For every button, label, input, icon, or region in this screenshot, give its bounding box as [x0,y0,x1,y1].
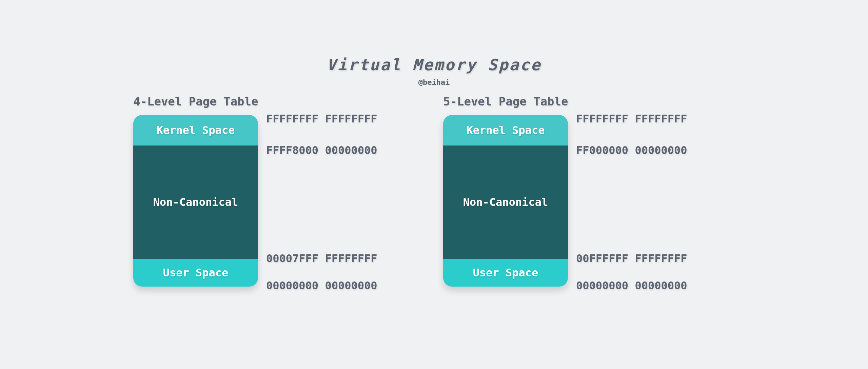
addr-bottom: 00000000 00000000 [576,280,735,292]
segment-user: User Space [133,259,258,287]
panel-body: Kernel Space Non-Canonical User Space FF… [133,115,425,292]
panel-5-level: 5-Level Page Table Kernel Space Non-Cano… [443,95,735,292]
segment-noncanonical: Non-Canonical [133,145,258,259]
diagram-title: Virtual Memory Space [131,56,737,74]
memory-stack: Kernel Space Non-Canonical User Space [133,115,258,287]
panel-title: 4-Level Page Table [133,95,425,108]
vm-space-diagram: Virtual Memory Space @beihai 4-Level Pag… [131,56,737,313]
address-column: FFFFFFFF FFFFFFFF FFFF8000 00000000 0000… [266,115,425,292]
addr-kernel-end: FF000000 00000000 [576,144,735,156]
segment-noncanonical: Non-Canonical [443,145,568,259]
addr-top: FFFFFFFF FFFFFFFF [266,113,425,125]
segment-kernel: Kernel Space [443,115,568,145]
diagram-author: @beihai [131,78,737,86]
panels-row: 4-Level Page Table Kernel Space Non-Cano… [131,95,737,292]
addr-kernel-end: FFFF8000 00000000 [266,144,425,156]
panel-body: Kernel Space Non-Canonical User Space FF… [443,115,735,292]
memory-stack: Kernel Space Non-Canonical User Space [443,115,568,287]
segment-kernel: Kernel Space [133,115,258,145]
addr-user-start: 00007FFF FFFFFFFF [266,253,425,265]
addr-user-start: 00FFFFFF FFFFFFFF [576,253,735,265]
segment-user: User Space [443,259,568,287]
addr-top: FFFFFFFF FFFFFFFF [576,113,735,125]
address-column: FFFFFFFF FFFFFFFF FF000000 00000000 00FF… [576,115,735,292]
panel-4-level: 4-Level Page Table Kernel Space Non-Cano… [133,95,425,292]
addr-bottom: 00000000 00000000 [266,280,425,292]
panel-title: 5-Level Page Table [443,95,735,108]
